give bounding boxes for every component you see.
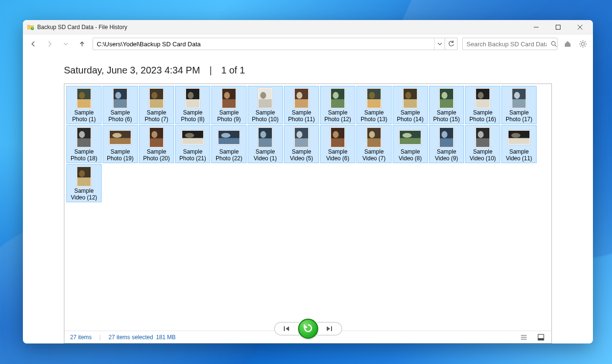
address-dropdown[interactable] xyxy=(434,38,445,50)
file-item[interactable]: SamplePhoto (21) xyxy=(175,125,210,163)
view-thumbnails-icon[interactable] xyxy=(536,333,546,342)
file-item[interactable]: SampleVideo (6) xyxy=(320,125,355,163)
file-thumbnail xyxy=(256,88,275,108)
file-item[interactable]: SamplePhoto (13) xyxy=(356,86,392,124)
file-label: SamplePhoto (8) xyxy=(180,108,205,123)
file-label: SamplePhoto (7) xyxy=(144,108,169,123)
search-icon[interactable] xyxy=(550,41,557,47)
address-input[interactable] xyxy=(93,41,434,48)
svg-line-14 xyxy=(580,46,581,47)
search-input[interactable] xyxy=(463,41,550,48)
svg-rect-56 xyxy=(77,138,91,147)
search-box[interactable] xyxy=(462,38,558,50)
svg-point-75 xyxy=(297,131,302,138)
file-thumbnail xyxy=(509,88,529,108)
file-thumbnail xyxy=(328,88,347,108)
svg-rect-59 xyxy=(110,138,131,144)
file-item[interactable]: SamplePhoto (22) xyxy=(211,125,247,163)
next-version-button[interactable] xyxy=(317,322,342,335)
svg-line-12 xyxy=(580,41,581,42)
svg-rect-32 xyxy=(259,99,272,108)
home-icon[interactable] xyxy=(562,39,573,49)
file-label: SamplePhoto (16) xyxy=(468,108,497,123)
content-area: Saturday, June 3, 2023 4:34 PM | 1 of 1 … xyxy=(23,53,593,343)
file-thumbnail xyxy=(509,127,529,147)
file-item[interactable]: SampleVideo (7) xyxy=(356,125,392,163)
file-thumbnail xyxy=(111,88,130,108)
svg-line-6 xyxy=(555,45,557,47)
file-item[interactable]: SamplePhoto (1) xyxy=(66,86,102,124)
file-label: SamplePhoto (11) xyxy=(287,108,316,123)
address-bar[interactable] xyxy=(93,38,457,50)
file-label: SampleVideo (10) xyxy=(468,147,497,162)
file-thumbnail xyxy=(74,166,93,187)
restore-button[interactable] xyxy=(298,319,318,339)
svg-rect-89 xyxy=(476,138,489,147)
titlebar[interactable]: Backup SD Card Data - File History xyxy=(23,20,593,34)
file-item[interactable]: SamplePhoto (12) xyxy=(320,86,355,124)
svg-rect-77 xyxy=(331,138,344,147)
svg-point-51 xyxy=(478,92,484,99)
file-item[interactable]: SampleVideo (5) xyxy=(284,125,319,163)
file-item[interactable]: SamplePhoto (11) xyxy=(284,86,319,124)
svg-point-69 xyxy=(221,133,230,138)
file-label: SamplePhoto (19) xyxy=(106,147,135,162)
back-button[interactable] xyxy=(28,38,39,50)
file-item[interactable]: SamplePhoto (18) xyxy=(66,125,102,163)
file-item[interactable]: SamplePhoto (17) xyxy=(501,86,537,124)
file-item[interactable]: SampleVideo (11) xyxy=(501,125,537,163)
svg-rect-47 xyxy=(440,99,453,108)
svg-rect-26 xyxy=(186,99,199,108)
svg-rect-86 xyxy=(440,138,453,147)
maximize-button[interactable] xyxy=(547,20,569,34)
file-thumbnail xyxy=(74,127,93,147)
view-details-icon[interactable] xyxy=(519,333,529,342)
file-label: SamplePhoto (14) xyxy=(396,108,425,123)
svg-rect-62 xyxy=(150,138,163,147)
file-grid-scroll[interactable]: SamplePhoto (1) SamplePhoto (6) SamplePh… xyxy=(64,84,551,331)
recent-dropdown[interactable] xyxy=(60,38,72,50)
file-item[interactable]: SamplePhoto (10) xyxy=(248,86,283,124)
file-item[interactable]: SamplePhoto (8) xyxy=(175,86,210,124)
file-thumbnail xyxy=(364,88,384,108)
file-item[interactable]: SamplePhoto (20) xyxy=(139,125,174,163)
svg-rect-80 xyxy=(367,138,381,147)
file-item[interactable]: SampleVideo (8) xyxy=(393,125,428,163)
snapshot-position: 1 of 1 xyxy=(221,65,245,75)
refresh-button[interactable] xyxy=(445,38,457,50)
file-label: SampleVideo (8) xyxy=(398,147,423,162)
svg-point-45 xyxy=(405,92,411,99)
desktop-background: Backup SD Card Data - File History xyxy=(0,0,612,364)
forward-button[interactable] xyxy=(44,38,55,50)
up-button[interactable] xyxy=(76,38,88,50)
svg-rect-29 xyxy=(222,99,236,108)
svg-point-48 xyxy=(442,92,447,99)
file-item[interactable]: SamplePhoto (6) xyxy=(103,86,138,124)
file-item[interactable]: SamplePhoto (14) xyxy=(393,86,428,124)
file-item[interactable]: SamplePhoto (16) xyxy=(465,86,500,124)
minimize-button[interactable] xyxy=(525,20,547,34)
file-item[interactable]: SampleVideo (9) xyxy=(429,125,464,163)
file-thumbnail xyxy=(292,88,311,108)
file-item[interactable]: SamplePhoto (7) xyxy=(139,86,174,124)
svg-point-54 xyxy=(514,92,520,99)
file-item[interactable]: SampleVideo (12) xyxy=(66,164,102,202)
svg-point-57 xyxy=(79,131,85,138)
svg-rect-68 xyxy=(218,138,239,144)
file-item[interactable]: SamplePhoto (19) xyxy=(103,125,138,163)
file-label: SamplePhoto (21) xyxy=(178,147,207,162)
file-thumbnail xyxy=(183,88,202,108)
file-label: SamplePhoto (10) xyxy=(251,108,280,123)
close-button[interactable] xyxy=(569,20,591,34)
file-item[interactable]: SampleVideo (1) xyxy=(248,125,283,163)
window-title: Backup SD Card Data - File History xyxy=(37,24,127,31)
file-item[interactable]: SampleVideo (10) xyxy=(465,125,500,163)
previous-version-button[interactable] xyxy=(274,322,299,335)
svg-rect-102 xyxy=(284,326,285,331)
file-item[interactable]: SamplePhoto (9) xyxy=(211,86,247,124)
file-label: SamplePhoto (9) xyxy=(216,108,241,123)
gear-icon[interactable] xyxy=(578,39,588,49)
file-item[interactable]: SamplePhoto (15) xyxy=(429,86,464,124)
file-thumbnail xyxy=(437,88,456,108)
file-label: SamplePhoto (1) xyxy=(71,108,96,123)
